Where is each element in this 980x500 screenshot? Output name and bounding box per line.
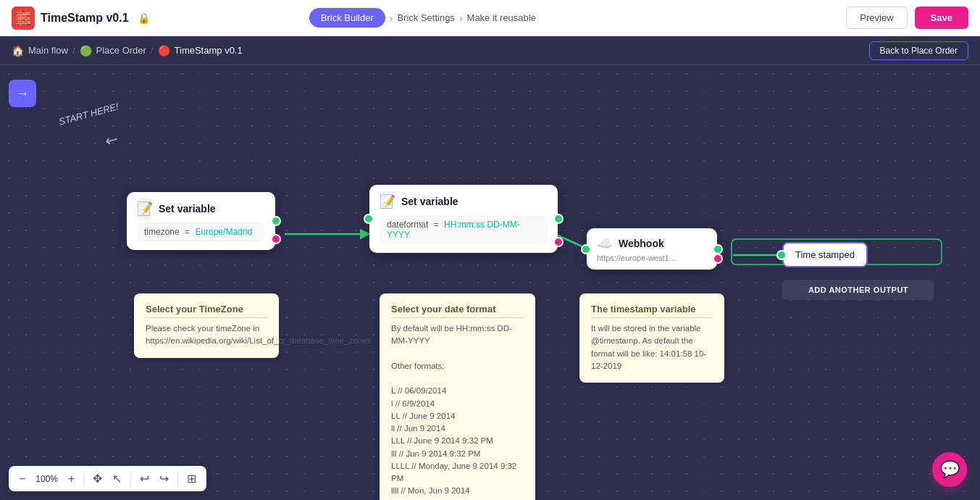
- logo-icon: 🧱: [12, 7, 35, 30]
- node-1-icon: 📝: [137, 201, 153, 217]
- node-2-var: dateformat: [387, 220, 428, 230]
- node-1-body: timezone = Europe/Madrid: [137, 222, 265, 241]
- nav-brick-settings[interactable]: Brick Settings: [397, 12, 454, 23]
- breadcrumb-home-icon: 🏠: [12, 45, 24, 57]
- node-2-dot-green-in: [364, 214, 374, 224]
- tooltip-timezone: Select your TimeZone Please check your t…: [134, 293, 279, 358]
- back-to-place-order-button[interactable]: Back to Place Order: [869, 41, 968, 60]
- webhook-icon: ☁️: [597, 236, 613, 251]
- zoom-label: 100%: [33, 474, 61, 484]
- toolbar-divider-2: [130, 472, 131, 486]
- tooltip-date-format-title: Select your date format: [391, 304, 524, 318]
- set-variable-node-1[interactable]: 📝 Set variable timezone = Europe/Madrid: [127, 192, 275, 250]
- preview-button[interactable]: Preview: [846, 7, 907, 29]
- tooltip-date-format: Select your date format By default will …: [380, 293, 535, 500]
- chat-button[interactable]: 💬: [932, 452, 967, 487]
- node-1-header: 📝 Set variable: [137, 201, 265, 217]
- tooltip-timestamp-var-body: It will be stored in the variable @times…: [591, 322, 713, 372]
- node-2-icon: 📝: [380, 193, 395, 209]
- webhook-dot-pink: [713, 254, 723, 264]
- tooltip-timestamp-var-title: The timestamp variable: [591, 304, 713, 318]
- lock-icon: 🔒: [138, 12, 150, 24]
- nav-brick-builder[interactable]: Brick Builder: [309, 8, 385, 28]
- sidebar-toggle[interactable]: →: [9, 80, 36, 107]
- node-2-header: 📝 Set variable: [380, 193, 548, 209]
- node-1-title: Set variable: [159, 203, 216, 214]
- move-tool-button[interactable]: ✥: [90, 470, 105, 487]
- topbar-nav: Brick Builder › Brick Settings › Make it…: [309, 8, 536, 28]
- nav-make-reusable[interactable]: Make it reusable: [467, 12, 536, 23]
- app-logo: 🧱 TimeStamp v0.1 🔒: [12, 7, 150, 30]
- node-2-dot-pink: [553, 237, 564, 247]
- node-1-dot-green-out: [271, 216, 281, 226]
- tooltip-timezone-body: Please check your timeZone in https://en…: [146, 322, 267, 348]
- webhook-node[interactable]: ☁️ Webhook https://europe-west1...: [587, 228, 717, 270]
- toolbar-divider-1: [83, 472, 84, 486]
- sidebar-arrow-icon: →: [16, 86, 29, 101]
- save-button[interactable]: Save: [915, 7, 968, 29]
- webhook-header: ☁️ Webhook: [597, 236, 707, 251]
- node-2-dot-green-out: [553, 214, 564, 224]
- breadcrumb-current-icon: 🔴: [158, 45, 170, 57]
- zoom-in-button[interactable]: +: [65, 471, 78, 487]
- output-dot-green-in: [776, 250, 787, 260]
- breadcrumb-main-flow[interactable]: Main flow: [28, 45, 68, 56]
- start-here-arrow: ↙: [101, 128, 122, 151]
- node-1-val: Europe/Madrid: [195, 227, 252, 237]
- breadcrumb-place-order-icon: 🟢: [80, 45, 92, 57]
- tooltip-timestamp-var: The timestamp variable It will be stored…: [579, 293, 724, 383]
- breadcrumb-place-order[interactable]: Place Order: [96, 45, 146, 56]
- toolbar-divider-3: [177, 472, 178, 486]
- breadcrumb-bar: 🏠 Main flow / 🟢 Place Order / 🔴 TimeStam…: [0, 36, 980, 65]
- add-another-output-button[interactable]: ADD ANOTHER OUTPUT: [782, 280, 934, 300]
- chat-icon: 💬: [940, 460, 960, 479]
- breadcrumb-current: TimeStamp v0.1: [175, 45, 243, 56]
- node-2-body: dateformat = HH:mm:ss DD-MM-YYYY: [380, 215, 548, 244]
- start-here-label: START HERE!: [58, 101, 120, 127]
- webhook-dot-green-in: [581, 244, 591, 254]
- breadcrumb: 🏠 Main flow / 🟢 Place Order / 🔴 TimeStam…: [12, 45, 243, 57]
- node-1-var: timezone: [144, 227, 180, 237]
- grid-button[interactable]: ⊞: [184, 470, 199, 487]
- webhook-url: https://europe-west1...: [597, 254, 707, 262]
- nav-chevron-1: ›: [390, 12, 393, 24]
- webhook-title: Webhook: [619, 238, 664, 249]
- set-variable-node-2[interactable]: 📝 Set variable dateformat = HH:mm:ss DD-…: [369, 185, 558, 253]
- redo-button[interactable]: ↪: [156, 470, 172, 487]
- bottom-toolbar: − 100% + ✥ ↖ ↩ ↪ ⊞: [9, 466, 206, 491]
- zoom-out-button[interactable]: −: [16, 471, 28, 487]
- app-title: TimeStamp v0.1: [41, 12, 129, 25]
- topbar-actions: Preview Save: [846, 7, 968, 29]
- output-node[interactable]: Time stamped: [782, 242, 868, 267]
- output-label: Time stamped: [795, 249, 855, 260]
- canvas[interactable]: → START HERE! ↙ 📝 Set variable timezone …: [0, 65, 980, 500]
- node-1-dot-pink: [271, 234, 281, 244]
- tooltip-timezone-title: Select your TimeZone: [146, 304, 267, 318]
- nav-chevron-2: ›: [459, 12, 463, 24]
- topbar: 🧱 TimeStamp v0.1 🔒 Brick Builder › Brick…: [0, 0, 980, 36]
- tooltip-date-format-body: By default will be HH:mm:ss DD-MM-YYYY O…: [391, 322, 524, 498]
- cursor-tool-button[interactable]: ↖: [109, 470, 125, 487]
- undo-button[interactable]: ↩: [137, 470, 152, 487]
- webhook-dot-green-out: [713, 244, 723, 254]
- node-2-title: Set variable: [401, 196, 458, 207]
